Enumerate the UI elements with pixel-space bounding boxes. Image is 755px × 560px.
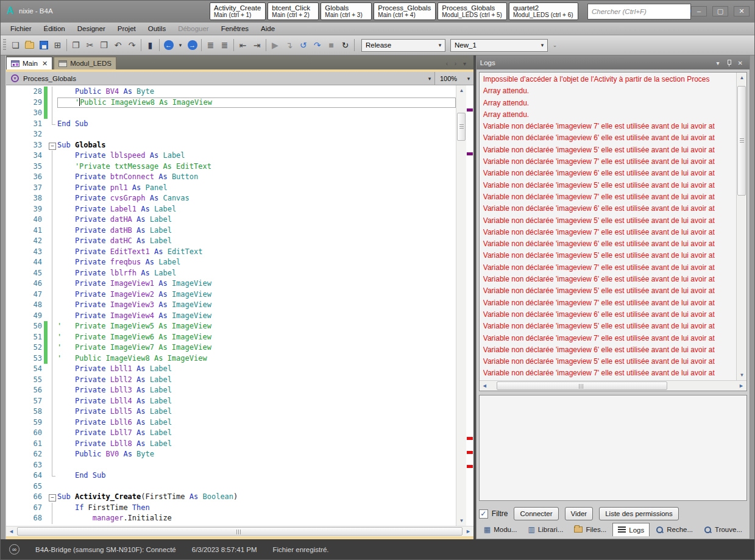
menu-fenêtres[interactable]: Fenêtres <box>215 24 255 34</box>
code-line[interactable]: 62 Public BV0 As Byte <box>6 449 456 460</box>
menu-aide[interactable]: Aide <box>255 24 281 34</box>
code-line[interactable]: 55 Private Lbll2 As Label <box>6 375 456 386</box>
code-line[interactable]: 68 manager.Initialize <box>6 513 456 524</box>
code-line[interactable]: 32 <box>6 129 456 140</box>
pin-icon[interactable] <box>726 59 732 66</box>
close-button[interactable]: ✕ <box>734 6 750 16</box>
code-line[interactable]: 50' Private ImageView5 As ImageView <box>6 321 456 332</box>
code-line[interactable]: 41 Private datHB As Label <box>6 225 456 236</box>
code-line[interactable]: 39 Private Label1 As Label <box>6 204 456 215</box>
open-project-icon[interactable] <box>23 38 37 52</box>
editor-zoom-select[interactable]: 100% ▾ <box>434 72 473 85</box>
editor-vertical-scrollbar[interactable]: ▲ ▼ <box>456 85 466 526</box>
navigate-back-icon[interactable]: ← <box>161 38 175 52</box>
tool-tab-librari[interactable]: ▥Librari... <box>523 523 569 536</box>
logs-scroll-right-icon[interactable]: ► <box>736 381 746 391</box>
tool-tab-files[interactable]: Files... <box>569 523 611 536</box>
editor-horizontal-scrollbar[interactable]: ◄ ► <box>6 526 473 536</box>
code-line[interactable]: 54 Private Lbll1 As Label <box>6 364 456 375</box>
outdent-icon[interactable]: ⇤ <box>236 38 250 52</box>
menu-designer[interactable]: Designer <box>71 24 112 34</box>
quick-jump-tab[interactable]: btcent_ClickMain (ctrl + 2) <box>268 2 319 20</box>
error-mark[interactable] <box>467 451 473 454</box>
clear-button[interactable]: Vider <box>565 507 594 520</box>
undo-icon[interactable]: ↶ <box>111 38 125 52</box>
code-line[interactable]: 57 Private Lbll4 As Label <box>6 396 456 407</box>
code-line[interactable]: 31End Sub <box>6 119 456 130</box>
menu-déboguer[interactable]: Déboguer <box>172 24 215 34</box>
menu-projet[interactable]: Projet <box>112 24 142 34</box>
scroll-left-icon[interactable]: ◄ <box>6 526 16 536</box>
maximize-button[interactable]: ▢ <box>712 6 728 16</box>
tool-tab-modu[interactable]: ▦Modu... <box>479 523 522 536</box>
code-line[interactable]: 34 Private lblspeed As Label <box>6 151 456 161</box>
logs-vertical-scrollbar[interactable]: ▲ ▼ <box>736 73 746 380</box>
code-line[interactable]: 30 <box>6 108 456 119</box>
code-line[interactable]: 53' Public ImageView8 As ImageView <box>6 353 456 364</box>
code-line[interactable]: 29 'Public ImageView8 As ImageView <box>6 97 456 108</box>
quick-jump-tab[interactable]: Activity_CreateMain (ctrl + 1) <box>210 2 266 20</box>
uncomment-icon[interactable]: ≣ <box>218 38 232 52</box>
code-line[interactable]: 42 Private datHC As Label <box>6 236 456 247</box>
code-line[interactable]: 65 <box>6 481 456 492</box>
stop-icon[interactable]: ■ <box>324 38 338 52</box>
fold-collapse-icon[interactable] <box>48 492 57 503</box>
code-lines[interactable]: 28 Public BV4 As Byte29 'Public ImageVie… <box>6 85 456 526</box>
quick-jump-tab[interactable]: Process_GlobalsModul_LEDS (ctrl + 5) <box>438 2 507 20</box>
code-line[interactable]: 45 Private lblrfh As Label <box>6 268 456 279</box>
menu-édition[interactable]: Édition <box>38 24 71 34</box>
code-line[interactable]: 52' Private ImageView7 As ImageView <box>6 342 456 353</box>
minimize-button[interactable]: – <box>691 6 707 16</box>
code-line[interactable]: 37 Private pnl1 As Panel <box>6 183 456 194</box>
step-out-icon[interactable]: ↷ <box>310 38 324 52</box>
step-into-icon[interactable]: ↴ <box>282 38 296 52</box>
tool-tab-logs[interactable]: Logs <box>612 523 650 536</box>
toolbar-overflow-icon[interactable]: ⌄ <box>548 38 562 52</box>
tab-main[interactable]: Main ✕ <box>6 57 52 69</box>
tool-tab-trouve[interactable]: Trouve... <box>699 523 747 536</box>
editor-hscroll-thumb[interactable] <box>17 527 463 536</box>
tab-close-icon[interactable]: ✕ <box>42 60 48 68</box>
code-line[interactable]: 47 Private ImageView2 As ImageView <box>6 289 456 300</box>
package-icon[interactable]: ⊞ <box>51 38 65 52</box>
code-line[interactable]: 28 Public BV4 As Byte <box>6 87 456 97</box>
code-line[interactable]: 63 <box>6 460 456 471</box>
navigate-back-dropdown[interactable]: ▾ <box>175 38 185 52</box>
navigate-forward-icon[interactable]: → <box>185 38 199 52</box>
scroll-up-icon[interactable]: ▲ <box>456 85 467 96</box>
quick-jump-tab[interactable]: Process_GlobalsMain (ctrl + 4) <box>374 2 436 20</box>
permissions-list-button[interactable]: Liste des permissions <box>599 507 679 520</box>
panel-menu-icon[interactable]: ▾ <box>714 60 723 66</box>
code-line[interactable]: 51' Private ImageView6 As ImageView <box>6 332 456 343</box>
code-line[interactable]: 43 Private EditText1 As EditText <box>6 247 456 258</box>
error-mark[interactable] <box>467 437 473 440</box>
code-line[interactable]: 66Sub Activity_Create(FirstTime As Boole… <box>6 492 456 503</box>
search-box[interactable] <box>587 4 691 19</box>
code-line[interactable]: 36 Private btnConnect As Button <box>6 172 456 183</box>
quick-jump-tab[interactable]: GlobalsMain (ctrl + 3) <box>321 2 372 20</box>
code-line[interactable]: 38 Private cvsGraph As Canvas <box>6 193 456 204</box>
build-configuration-select[interactable]: Release▾ <box>361 39 445 52</box>
code-line[interactable]: 59 Private Lbll6 As Label <box>6 417 456 428</box>
search-input[interactable] <box>588 8 689 15</box>
menu-outils[interactable]: Outils <box>142 24 172 34</box>
save-icon[interactable] <box>37 38 51 52</box>
run-icon[interactable]: ▶ <box>268 38 282 52</box>
run-configuration-select[interactable]: New_1▾ <box>450 39 548 52</box>
panel-close-icon[interactable]: ✕ <box>735 60 746 66</box>
code-line[interactable]: 48 Private ImageView3 As ImageView <box>6 300 456 311</box>
code-line[interactable]: 56 Private Lbll3 As Label <box>6 385 456 396</box>
code-line[interactable]: 40 Private datHA As Label <box>6 214 456 225</box>
copy-icon[interactable]: ❐ <box>69 38 83 52</box>
code-line[interactable]: 33Sub Globals <box>6 140 456 151</box>
new-file-icon[interactable]: ❏ <box>9 38 23 52</box>
code-line[interactable]: 46 Private ImageView1 As ImageView <box>6 278 456 289</box>
scroll-down-icon[interactable]: ▼ <box>456 516 467 526</box>
code-line[interactable]: 60 Private Lbll7 As Label <box>6 428 456 439</box>
code-line[interactable]: 49 Private ImageView4 As ImageView <box>6 311 456 322</box>
indent-icon[interactable]: ⇥ <box>250 38 264 52</box>
code-area[interactable]: 28 Public BV4 As Byte29 'Public ImageVie… <box>6 85 473 526</box>
code-line[interactable]: 58 Private Lbll5 As Label <box>6 406 456 417</box>
cut-icon[interactable]: ✂ <box>83 38 97 52</box>
tab-scroll-arrows[interactable]: ‹ › ▾ <box>446 60 473 69</box>
